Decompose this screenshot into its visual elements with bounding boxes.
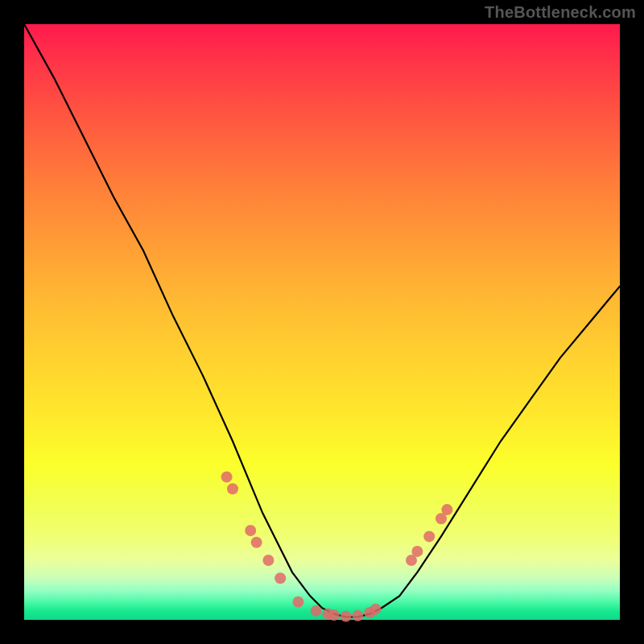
marker-dot <box>221 471 233 482</box>
curve-markers <box>221 471 453 621</box>
marker-dot <box>328 609 340 621</box>
marker-dot <box>292 597 303 608</box>
marker-dot <box>411 546 423 557</box>
marker-dot <box>251 537 262 548</box>
marker-dot <box>227 483 238 494</box>
marker-dot <box>352 610 363 621</box>
marker-dot <box>423 530 435 542</box>
marker-dot <box>311 605 322 617</box>
marker-dot <box>341 611 352 622</box>
marker-dot <box>441 504 452 515</box>
outer-frame: TheBottleneck.com <box>0 0 644 644</box>
curve-svg <box>24 24 620 620</box>
watermark-text: TheBottleneck.com <box>485 3 636 22</box>
plot-area <box>24 24 620 620</box>
bottleneck-curve <box>24 24 620 617</box>
marker-dot <box>245 525 256 536</box>
marker-dot <box>262 555 274 566</box>
marker-dot <box>275 572 286 584</box>
marker-dot <box>370 604 382 615</box>
